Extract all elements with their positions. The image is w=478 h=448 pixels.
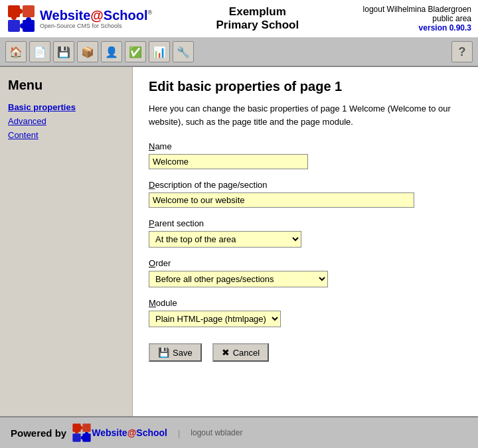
school-subtitle: Primary School: [152, 19, 362, 32]
name-input[interactable]: [149, 154, 308, 169]
svg-point-13: [85, 432, 88, 435]
footer-separator: |: [178, 428, 180, 438]
parent-label: Parent section: [149, 218, 462, 228]
stats-icon[interactable]: 📊: [149, 41, 170, 62]
tools-icon[interactable]: 🔧: [173, 41, 194, 62]
footer-logo: Website@School: [72, 423, 167, 443]
check-icon[interactable]: ✅: [125, 41, 146, 62]
main-layout: Menu Basic properties Advanced Content E…: [0, 67, 478, 416]
save-button[interactable]: 💾 Save: [149, 343, 202, 362]
cancel-label: Cancel: [233, 348, 260, 358]
logo-text-block: Website@School® Open-Source CMS for Scho…: [40, 8, 152, 29]
cancel-button[interactable]: ✖ Cancel: [212, 343, 269, 362]
powered-by-text: Powered by: [11, 427, 66, 439]
module-label: Module: [149, 298, 462, 308]
svg-point-5: [26, 17, 31, 23]
page-icon[interactable]: 📄: [29, 41, 50, 62]
version-info: version 0.90.3: [363, 23, 471, 33]
sidebar-item-content[interactable]: Content: [8, 130, 124, 140]
save-icon[interactable]: 💾: [53, 41, 74, 62]
svg-rect-14: [83, 423, 91, 431]
toolbar: 🏠 📄 💾 📦 👤 ✅ 📊 🔧 ?: [0, 38, 478, 67]
order-label: Order: [149, 258, 462, 268]
description-input[interactable]: [149, 192, 414, 208]
footer-logo-text: Website@School: [92, 427, 167, 438]
footer-logout-text[interactable]: logout wblader: [191, 428, 242, 437]
logo-area: Website@School® Open-Source CMS for Scho…: [7, 4, 152, 33]
help-icon[interactable]: ?: [451, 41, 473, 62]
module-field-group: Module Plain HTML-page (htmlpage) Blog F…: [149, 298, 462, 327]
footer: Powered by Website@School | logout wblad…: [0, 416, 478, 448]
logo-school: School: [104, 8, 148, 23]
svg-rect-6: [23, 5, 35, 17]
svg-point-1: [17, 9, 23, 14]
parent-select[interactable]: At the top of the area Root Section 1 Se…: [149, 231, 301, 248]
footer-puzzle-icon: [72, 423, 92, 443]
order-select[interactable]: Before all other pages/sections After al…: [149, 271, 328, 287]
save-label: Save: [173, 348, 193, 358]
button-row: 💾 Save ✖ Cancel: [149, 343, 462, 362]
logo-at: @: [90, 8, 104, 23]
name-label: Name: [149, 141, 462, 151]
logo-website: Website: [40, 8, 90, 23]
page-description: Here you can change the basic properties…: [149, 102, 462, 128]
sidebar-item-basic-properties[interactable]: Basic properties: [8, 102, 124, 112]
content-link[interactable]: Content: [8, 130, 39, 140]
sidebar-title: Menu: [8, 78, 124, 93]
description-field-group: Description of the page/section: [149, 180, 462, 208]
user-area: public area: [363, 14, 471, 23]
name-field-group: Name: [149, 141, 462, 169]
svg-rect-7: [8, 20, 20, 32]
logo-puzzle-icon: [7, 4, 36, 33]
school-name-area: Exemplum Primary School: [152, 5, 362, 32]
svg-point-4: [20, 23, 25, 29]
logo-reg: ®: [148, 9, 153, 16]
header: Website@School® Open-Source CMS for Scho…: [0, 0, 478, 38]
page-title: Edit basic properties of page 1: [149, 79, 462, 94]
svg-point-10: [75, 430, 78, 433]
svg-point-12: [81, 436, 84, 439]
save-icon: 💾: [158, 347, 169, 358]
description-label: Description of the page/section: [149, 180, 462, 190]
basic-properties-link[interactable]: Basic properties: [8, 102, 76, 112]
user-info: logout Wilhelmina Bladergroen: [363, 5, 471, 14]
home-icon[interactable]: 🏠: [5, 41, 27, 62]
content-area: Edit basic properties of page 1 Here you…: [133, 67, 478, 416]
parent-section-group: Parent section At the top of the area Ro…: [149, 218, 462, 248]
svg-rect-15: [73, 433, 81, 441]
cancel-icon: ✖: [222, 347, 230, 358]
users-icon[interactable]: 👤: [101, 41, 122, 62]
module-select[interactable]: Plain HTML-page (htmlpage) Blog Forum Ga…: [149, 311, 281, 327]
svg-point-9: [79, 426, 82, 429]
svg-point-2: [11, 15, 17, 20]
order-field-group: Order Before all other pages/sections Af…: [149, 258, 462, 287]
sidebar: Menu Basic properties Advanced Content: [0, 67, 133, 416]
user-info-area: logout Wilhelmina Bladergroen public are…: [363, 5, 471, 33]
advanced-link[interactable]: Advanced: [8, 116, 46, 126]
sidebar-item-advanced[interactable]: Advanced: [8, 116, 124, 126]
logo-tagline: Open-Source CMS for Schools: [40, 23, 152, 29]
modules-icon[interactable]: 📦: [77, 41, 98, 62]
school-name: Exemplum: [152, 5, 362, 19]
